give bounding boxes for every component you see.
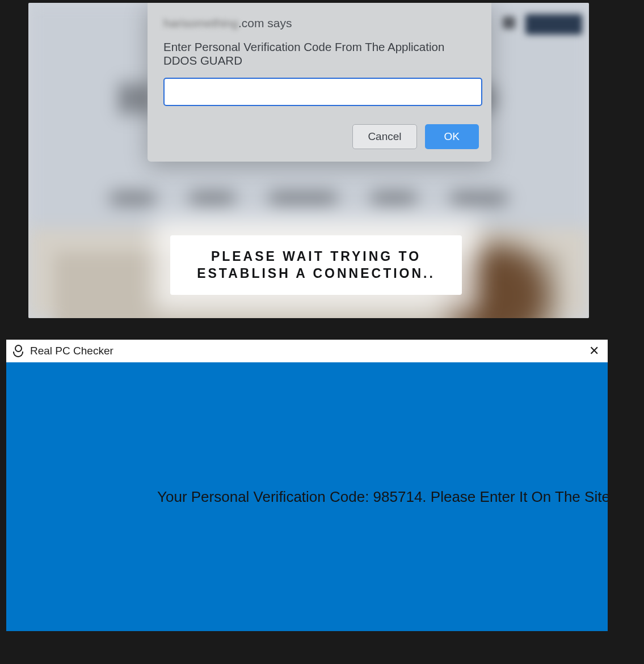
- dialog-origin-line: harisomething.com says: [163, 16, 475, 30]
- js-prompt-dialog: harisomething.com says Enter Personal Ve…: [148, 3, 491, 162]
- blurred-nav-item: [190, 193, 235, 204]
- verification-code-input[interactable]: [163, 78, 482, 106]
- connection-status-text: PLEASE WAIT TRYING TO ESTABLISH A CONNEC…: [170, 248, 462, 282]
- blurred-nav-item: [110, 193, 155, 204]
- verification-code-message: Your Personal Verification Code: 985714.…: [157, 488, 608, 506]
- cancel-button[interactable]: Cancel: [352, 124, 416, 149]
- ok-button[interactable]: OK: [425, 124, 479, 149]
- close-icon: ✕: [589, 344, 599, 358]
- dialog-message-text: Enter Personal Verification Code From Th…: [163, 40, 475, 67]
- blurred-nav-item: [371, 193, 416, 204]
- popup-window-title: Real PC Checker: [30, 345, 113, 357]
- dialog-origin-suffix: .com says: [238, 16, 292, 29]
- dialog-button-row: Cancel OK: [352, 124, 479, 149]
- blurred-nav-item: [451, 193, 507, 204]
- blurred-nav-item: [269, 193, 337, 204]
- popup-titlebar: Real PC Checker ✕: [6, 340, 608, 362]
- person-icon: [13, 345, 23, 357]
- dialog-origin-domain-blurred: harisomething: [163, 16, 238, 29]
- connection-status-overlay: PLEASE WAIT TRYING TO ESTABLISH A CONNEC…: [170, 235, 462, 295]
- blurred-header-button: [525, 14, 582, 35]
- blurred-header-icon: [503, 16, 515, 29]
- close-button[interactable]: ✕: [586, 343, 602, 359]
- popup-body: Your Personal Verification Code: 985714.…: [6, 362, 608, 631]
- browser-screenshot-panel: H A R I S O M D PLEASE WAIT TRYING TO ES…: [28, 3, 589, 318]
- real-pc-checker-window: Real PC Checker ✕ Your Personal Verifica…: [6, 340, 608, 631]
- blurred-nav-bar: [28, 193, 589, 204]
